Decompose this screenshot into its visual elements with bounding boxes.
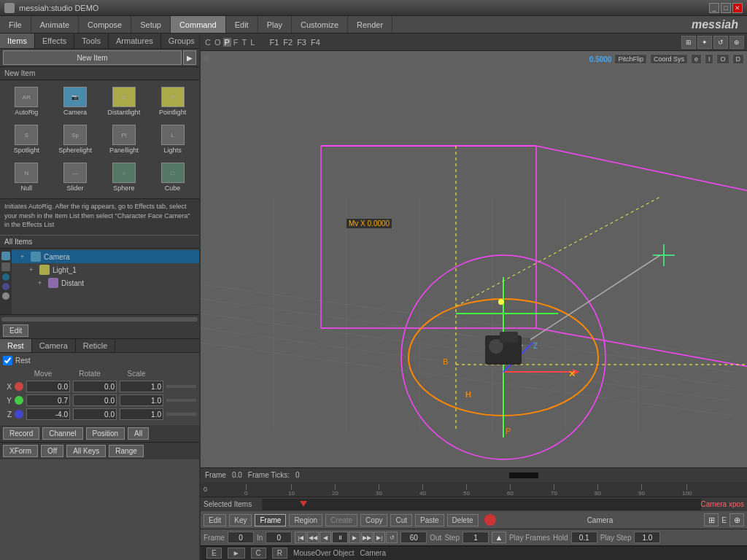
viewport-icon-4[interactable]: ⊕ xyxy=(729,36,744,49)
status-r-btn[interactable]: R xyxy=(272,548,287,559)
menu-setup[interactable]: Setup xyxy=(131,16,171,33)
tab-tools[interactable]: Tools xyxy=(74,34,109,48)
step-input[interactable] xyxy=(462,532,489,543)
menu-compose[interactable]: Compose xyxy=(79,16,131,33)
view-f[interactable]: F xyxy=(232,38,240,47)
grid-item-pointlight[interactable]: P Pointlight xyxy=(149,83,196,120)
close-button[interactable]: ✕ xyxy=(732,3,743,13)
x-scale-field[interactable] xyxy=(120,381,163,392)
new-item-button[interactable]: New Item xyxy=(3,50,182,65)
grid-item-lights[interactable]: L Lights xyxy=(149,121,196,158)
tab-groups[interactable]: Groups xyxy=(161,34,203,48)
side-btn-2[interactable] xyxy=(1,262,10,271)
viewport-icon-1[interactable]: ⊞ xyxy=(681,36,696,49)
y-slider[interactable] xyxy=(166,399,196,402)
view-c[interactable]: C xyxy=(204,38,212,47)
menu-customize[interactable]: Customize xyxy=(292,16,348,33)
grid-item-distantlight[interactable]: D Distantlight xyxy=(101,83,148,120)
grid-item-null[interactable]: N Null xyxy=(3,159,50,195)
range-button[interactable]: Range xyxy=(109,445,143,457)
grid-item-sphere[interactable]: ○ Sphere xyxy=(101,159,148,195)
bc-paste[interactable]: Paste xyxy=(415,514,444,526)
rest-checkbox[interactable] xyxy=(3,356,12,365)
bc-create[interactable]: Create xyxy=(325,514,357,526)
d-btn[interactable]: D xyxy=(732,54,745,64)
nav-prev-frame[interactable]: ◀◀ xyxy=(307,532,319,543)
minimize-button[interactable]: _ xyxy=(709,3,719,13)
y-color-dot[interactable] xyxy=(15,396,23,405)
scroll-area[interactable] xyxy=(0,314,199,323)
bc-region[interactable]: Region xyxy=(289,514,322,526)
nav-pause[interactable]: ⏸ xyxy=(332,532,348,543)
view-p[interactable]: P xyxy=(223,38,231,47)
menu-command[interactable]: Command xyxy=(171,16,226,33)
grid-item-autorig[interactable]: AR AutoRig xyxy=(3,83,50,120)
nav-step-back[interactable]: ◀ xyxy=(320,532,331,543)
fkey-f2[interactable]: F2 xyxy=(283,38,293,47)
tab-items[interactable]: Items xyxy=(0,34,35,48)
bc-key[interactable]: Key xyxy=(229,514,252,526)
nav-step-fwd[interactable]: ▶▶ xyxy=(361,532,373,543)
frame-input[interactable] xyxy=(228,532,254,543)
off-button[interactable]: Off xyxy=(41,445,63,457)
bc-icon-1[interactable]: ⊞ xyxy=(704,513,719,526)
x-color-dot[interactable] xyxy=(15,382,23,391)
sub-tab-camera[interactable]: Camera xyxy=(32,339,76,352)
record-dot[interactable] xyxy=(484,514,496,526)
menu-file[interactable]: File xyxy=(0,16,31,33)
y-move-field[interactable] xyxy=(26,394,70,406)
fkey-f3[interactable]: F3 xyxy=(297,38,306,47)
o-btn[interactable]: O xyxy=(716,54,729,64)
status-e-btn[interactable]: E xyxy=(206,548,222,559)
channel-button[interactable]: Channel xyxy=(42,427,82,440)
nav-prev-key[interactable]: |◀ xyxy=(295,532,306,543)
expand-distant[interactable]: + xyxy=(38,279,48,287)
position-button[interactable]: Position xyxy=(86,427,125,440)
bc-cut[interactable]: Cut xyxy=(390,514,412,526)
nav-loop[interactable]: ↺ xyxy=(386,532,398,543)
viewport-3d[interactable]: H B P Z ✕ Mv X 0.0000 0.5000 Pit xyxy=(201,51,747,467)
tab-armatures[interactable]: Armatures xyxy=(109,34,161,48)
menu-play[interactable]: Play xyxy=(258,16,292,33)
status-arrow-btn[interactable]: ► xyxy=(228,548,245,559)
side-dot-3[interactable] xyxy=(2,292,9,300)
scrubber-bar[interactable] xyxy=(509,472,538,478)
coord-sys-btn[interactable]: Coord Sys xyxy=(650,54,688,64)
view-o[interactable]: O xyxy=(213,38,222,47)
step-up[interactable]: ▲ xyxy=(492,532,506,543)
scrubber-area[interactable] xyxy=(306,472,743,478)
x-slider[interactable] xyxy=(166,385,196,388)
expand-light[interactable]: + xyxy=(29,266,39,273)
sub-tab-reticle[interactable]: Reticle xyxy=(76,339,116,352)
sub-tab-rest[interactable]: Rest xyxy=(0,339,32,352)
viewport-icon-2[interactable]: ✦ xyxy=(697,36,712,49)
grid-item-spotlight[interactable]: S Spotlight xyxy=(3,121,50,158)
menu-edit[interactable]: Edit xyxy=(226,16,258,33)
nav-play[interactable]: ▶ xyxy=(349,532,360,543)
i-btn[interactable]: I xyxy=(705,54,714,64)
bc-edit[interactable]: Edit xyxy=(204,514,226,526)
new-item-expand[interactable]: ▶ xyxy=(183,50,196,65)
grid-item-spherelight[interactable]: Sp Spherelight xyxy=(52,121,99,158)
tree-item-camera[interactable]: + Camera xyxy=(12,250,199,263)
z-rotate-field[interactable] xyxy=(73,408,117,420)
side-dot-1[interactable] xyxy=(2,273,9,281)
grid-item-slider[interactable]: — Slider xyxy=(52,159,99,195)
end-input[interactable] xyxy=(400,532,427,543)
bc-icon-2[interactable]: ⊕ xyxy=(729,513,744,526)
xform-button[interactable]: XForm xyxy=(3,445,38,457)
all-button[interactable]: All xyxy=(128,427,149,440)
bc-frame[interactable]: Frame xyxy=(255,514,286,526)
fkey-f1[interactable]: F1 xyxy=(269,38,279,47)
y-rotate-field[interactable] xyxy=(73,394,117,406)
hold-input[interactable] xyxy=(571,532,597,543)
grid-item-cube[interactable]: □ Cube xyxy=(149,159,196,195)
pitch-flip-btn[interactable]: PitchFlip xyxy=(614,54,647,64)
tab-effects[interactable]: Effects xyxy=(35,34,74,48)
in-input[interactable] xyxy=(266,532,292,543)
menu-animate[interactable]: Animate xyxy=(31,16,79,33)
record-button[interactable]: Record xyxy=(3,427,39,440)
side-btn-1[interactable] xyxy=(1,252,10,260)
grid-item-panellight[interactable]: Pl Panellight xyxy=(101,121,148,158)
edit-button[interactable]: Edit xyxy=(3,324,28,337)
